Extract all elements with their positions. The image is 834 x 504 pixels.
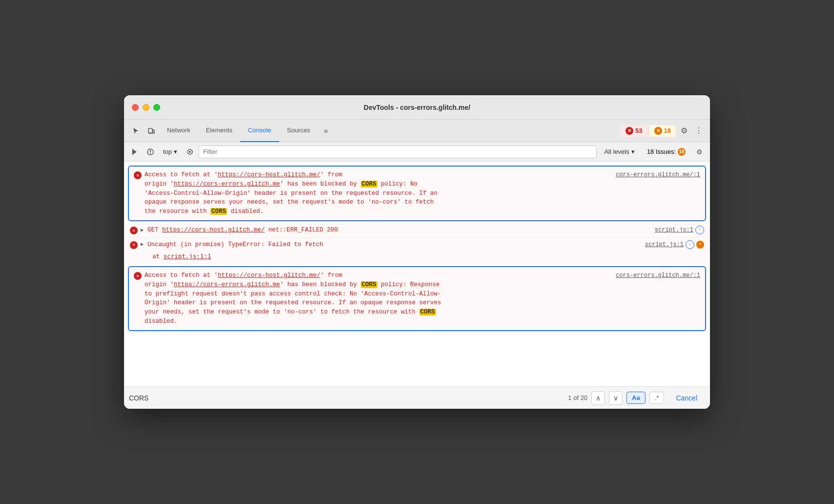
- error-icon-2: ✕: [130, 227, 138, 234]
- tab-elements[interactable]: Elements: [198, 120, 240, 142]
- minimize-button[interactable]: [143, 104, 149, 111]
- titlebar: DevTools - cors-errors.glitch.me/: [124, 95, 710, 120]
- warning-badge[interactable]: ✕ 18: [649, 125, 676, 137]
- maximize-button[interactable]: [153, 104, 160, 111]
- tab-console[interactable]: Console: [240, 120, 279, 142]
- case-sensitive-button[interactable]: Aa: [626, 392, 646, 404]
- device-icon[interactable]: [144, 123, 159, 139]
- error-badge[interactable]: ✕ 53: [621, 125, 647, 137]
- console-entry-3: ✕ ▶ Uncaught (in promise) TypeError: Fai…: [124, 238, 710, 265]
- svg-point-9: [189, 151, 191, 153]
- console-entry-2: ✕ ▶ GET https://cors-host.glitch.me/ net…: [124, 223, 710, 238]
- search-next-button[interactable]: ∨: [609, 391, 623, 405]
- tab-sources[interactable]: Sources: [279, 120, 318, 142]
- issues-count-badge: 18: [678, 148, 686, 156]
- traffic-lights: [132, 104, 160, 111]
- log-levels-dropdown[interactable]: All levels ▾: [599, 147, 640, 157]
- more-tabs-icon[interactable]: »: [318, 123, 334, 139]
- cors-errors-link-4[interactable]: https://cors-errors.glitch.me: [174, 281, 280, 288]
- live-expression-button[interactable]: [183, 145, 197, 159]
- svg-point-7: [150, 153, 151, 154]
- search-count: 1 of 20: [568, 394, 587, 401]
- warning-badge-icon: ✕: [654, 127, 662, 135]
- clear-console-button[interactable]: [144, 145, 157, 159]
- sub-entry-text-3: at script.js:1:1: [152, 252, 211, 261]
- cors-highlight-1: CORS: [361, 181, 377, 188]
- svg-rect-1: [153, 130, 154, 133]
- tab-network[interactable]: Network: [159, 120, 198, 142]
- search-prev-button[interactable]: ∧: [591, 391, 605, 405]
- svg-marker-3: [133, 149, 137, 154]
- cors-highlight-2: CORS: [210, 208, 227, 215]
- more-options-icon[interactable]: ⋮: [691, 124, 706, 138]
- error-icon-3: ✕: [130, 241, 138, 249]
- expand-arrow-3[interactable]: ▶: [141, 241, 144, 248]
- entry-text-2: GET https://cors-host.glitch.me/ net::ER…: [147, 226, 648, 235]
- regex-button[interactable]: .*: [649, 392, 665, 404]
- search-bar: 1 of 20 ∧ ∨ Aa .* Cancel: [124, 386, 710, 409]
- cors-host-link-1[interactable]: https://cors-host.glitch.me/: [218, 171, 320, 178]
- search-cancel-button[interactable]: Cancel: [668, 392, 705, 404]
- devtools-window: DevTools - cors-errors.glitch.me/ Networ…: [124, 95, 710, 409]
- get-url-link[interactable]: https://cors-host.glitch.me/: [162, 227, 265, 233]
- cors-highlight-3: CORS: [361, 281, 377, 288]
- source-link-4[interactable]: cors-errors.glitch.me/:1: [616, 271, 700, 280]
- entry-text-1: Access to fetch at 'https://cors-host.gl…: [145, 170, 700, 216]
- error-badge-icon: ✕: [626, 127, 633, 135]
- error-icon-1: ✕: [134, 171, 142, 179]
- download-icon[interactable]: ↓: [686, 240, 694, 249]
- cors-host-link-4[interactable]: https://cors-host.glitch.me/: [218, 272, 320, 279]
- context-dropdown[interactable]: top ▾: [159, 147, 181, 156]
- filter-input[interactable]: [199, 146, 597, 158]
- settings-icon[interactable]: ⚙: [677, 124, 691, 138]
- error-icon-4: ✕: [134, 272, 142, 280]
- console-entry-4: ✕ Access to fetch at 'https://cors-host.…: [128, 266, 706, 331]
- console-toolbar: top ▾ All levels ▾ 18 Issues: 18 ⚙: [124, 142, 710, 162]
- issues-button[interactable]: 18 Issues: 18: [642, 147, 690, 157]
- cursor-icon[interactable]: [128, 123, 144, 139]
- expand-arrow-2[interactable]: ▶: [141, 227, 144, 234]
- cors-errors-link-1[interactable]: https://cors-errors.glitch.me: [174, 181, 280, 188]
- console-settings-button[interactable]: ⚙: [692, 145, 706, 159]
- entry-text-3: Uncaught (in promise) TypeError: Failed …: [147, 240, 638, 250]
- cors-highlight-4: CORS: [419, 309, 436, 315]
- dismiss-icon-3[interactable]: ✕: [696, 241, 704, 249]
- sub-link-3[interactable]: script.js:1:1: [164, 252, 211, 260]
- run-snippet-button[interactable]: [128, 145, 142, 159]
- search-input[interactable]: [129, 391, 564, 405]
- source-link-2[interactable]: script.js:1: [655, 226, 693, 234]
- console-entry-1: ✕ Access to fetch at 'https://cors-host.…: [128, 166, 706, 221]
- close-button[interactable]: [132, 104, 139, 111]
- entry-text-4: Access to fetch at 'https://cors-host.gl…: [145, 271, 700, 326]
- tab-bar: Network Elements Console Sources » ✕ 53 …: [124, 120, 710, 142]
- entry-source-area-2: script.js:1 ↑: [651, 226, 704, 234]
- upload-icon[interactable]: ↑: [695, 226, 704, 234]
- console-content: ✕ Access to fetch at 'https://cors-host.…: [124, 162, 710, 386]
- window-title: DevTools - cors-errors.glitch.me/: [364, 104, 470, 111]
- entry-source-area-3: script.js:1 ↓ ✕: [641, 240, 704, 249]
- source-link-3[interactable]: script.js:1: [645, 240, 684, 249]
- source-link-1[interactable]: cors-errors.glitch.me/:1: [616, 170, 700, 179]
